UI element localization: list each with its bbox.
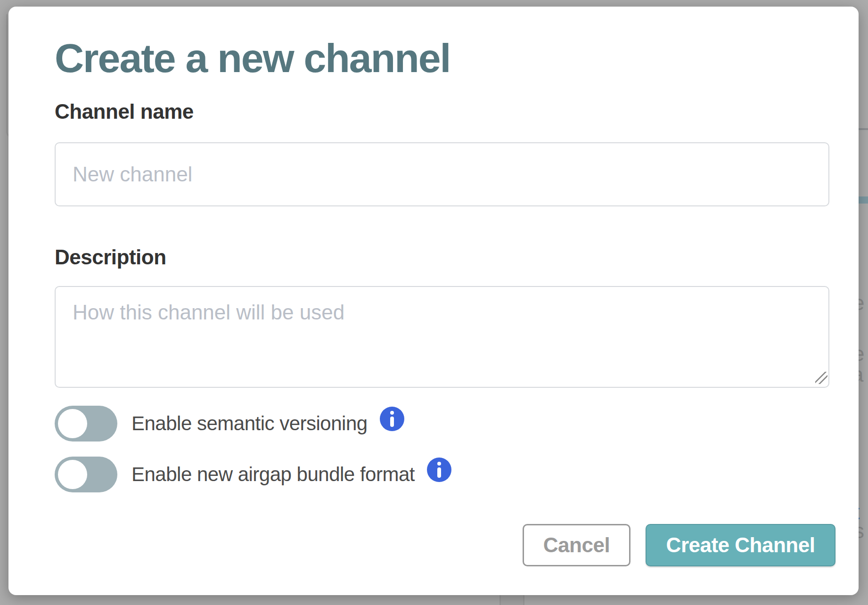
channel-name-input[interactable] (55, 142, 829, 206)
info-icon[interactable] (427, 458, 451, 482)
airgap-bundle-toggle[interactable] (55, 457, 117, 492)
semantic-versioning-row: Enable semantic versioning (55, 406, 404, 441)
semantic-versioning-label: Enable semantic versioning (131, 412, 368, 435)
toggle-knob (58, 409, 87, 438)
create-channel-button[interactable]: Create Channel (646, 524, 835, 566)
modal-title: Create a new channel (55, 35, 450, 82)
toggle-knob (58, 460, 87, 489)
background-accent-bar (858, 196, 868, 204)
airgap-bundle-label: Enable new airgap bundle format (131, 463, 415, 486)
channel-name-label: Channel name (55, 100, 194, 123)
description-label: Description (55, 245, 166, 269)
description-textarea[interactable] (55, 286, 829, 388)
airgap-bundle-row: Enable new airgap bundle format (55, 457, 451, 492)
background-table-cell (500, 595, 524, 605)
semantic-versioning-toggle[interactable] (55, 406, 117, 441)
create-channel-modal: Create a new channel Channel name Descri… (8, 7, 859, 595)
info-icon[interactable] (380, 407, 404, 431)
cancel-button[interactable]: Cancel (523, 524, 631, 566)
